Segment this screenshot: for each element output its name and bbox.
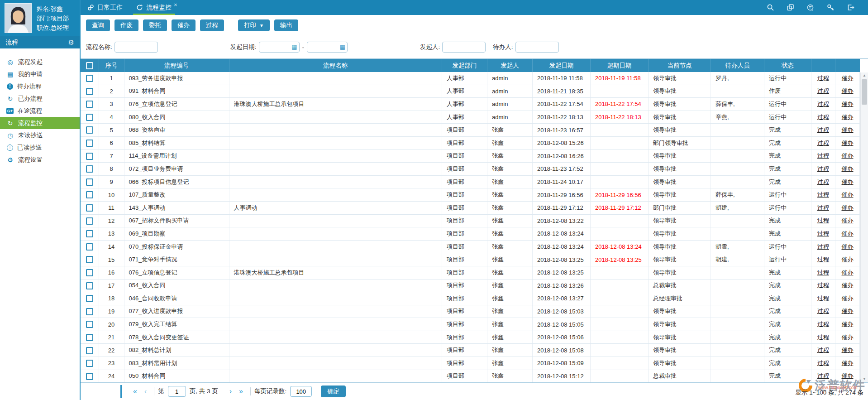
process-link[interactable]: 过程 [817,191,829,198]
row-checkbox[interactable] [86,243,93,251]
process-link[interactable]: 过程 [817,256,829,263]
row-checkbox[interactable] [86,140,93,147]
filter-initiator-input[interactable] [442,42,486,53]
sidebar-item-在途流程[interactable]: G+在途流程 [0,105,80,117]
tab-process-monitor[interactable]: 流程监控× [129,0,184,15]
close-tab-icon[interactable]: × [174,1,177,8]
sidebar-item-流程发起[interactable]: ◎流程发起 [0,56,80,68]
row-checkbox[interactable] [86,360,93,367]
urge-link[interactable]: 催办 [842,295,854,302]
print-button[interactable]: 打印▼ [238,19,270,31]
urge-link[interactable]: 催办 [842,308,854,314]
per-page-input[interactable] [290,386,312,397]
row-checkbox[interactable] [86,256,93,263]
scrollbar-thumb[interactable] [862,79,867,105]
urge-link[interactable]: 催办 [842,243,854,250]
row-checkbox[interactable] [86,217,93,225]
urge-link[interactable]: 催办 [842,372,854,379]
row-checkbox[interactable] [86,126,93,134]
sidebar-item-我的申请[interactable]: ▤我的申请 [0,68,80,80]
urge-link[interactable]: 催办 [842,126,854,133]
process-link[interactable]: 过程 [817,75,829,82]
urge-link[interactable]: 催办 [842,87,854,94]
logout-icon[interactable] [847,4,854,11]
process-link[interactable]: 过程 [817,204,829,211]
urge-link[interactable]: 催办 [842,140,854,146]
sidebar-item-流程设置[interactable]: ⚙流程设置 [0,154,80,166]
process-link[interactable]: 过程 [817,295,829,302]
process-link[interactable]: 过程 [817,230,829,237]
urge-link[interactable]: 催办 [842,178,854,185]
filter-date-from-input[interactable] [259,42,300,53]
row-checkbox[interactable] [86,321,93,328]
sidebar-item-未读抄送[interactable]: ◷未读抄送 [0,129,80,141]
row-checkbox[interactable] [86,165,93,173]
process-link[interactable]: 过程 [817,217,829,224]
filter-assignee-input[interactable] [515,42,559,53]
next-page-button[interactable]: › [229,388,232,395]
scroll-down-icon[interactable]: ▼ [861,376,868,382]
row-checkbox[interactable] [86,295,93,302]
作废-button[interactable]: 作废 [114,19,138,31]
page-number-input[interactable] [168,386,186,397]
tab-daily-work[interactable]: 日常工作 [81,0,129,15]
row-checkbox[interactable] [86,334,93,341]
key-icon[interactable] [827,4,835,11]
process-link[interactable]: 过程 [817,114,829,120]
windows-icon[interactable] [787,4,794,11]
urge-link[interactable]: 催办 [842,217,854,224]
sidebar-item-待办流程[interactable]: !待办流程 [0,80,80,92]
urge-link[interactable]: 催办 [842,334,854,341]
search-icon[interactable] [767,4,774,11]
filter-name-input[interactable] [114,42,158,53]
process-link[interactable]: 过程 [817,243,829,250]
process-link[interactable]: 过程 [817,308,829,314]
row-checkbox[interactable] [86,308,93,315]
process-link[interactable]: 过程 [817,334,829,341]
process-link[interactable]: 过程 [817,360,829,366]
row-checkbox[interactable] [86,178,93,186]
sidebar-item-已读抄送[interactable]: ↑已读抄送 [0,141,80,154]
output-button[interactable]: 输出 [274,19,298,31]
row-checkbox[interactable] [86,269,93,276]
查询-button[interactable]: 查询 [86,19,110,31]
process-link[interactable]: 过程 [817,87,829,94]
urge-link[interactable]: 催办 [842,269,854,276]
process-link[interactable]: 过程 [817,126,829,133]
row-checkbox[interactable] [86,75,93,82]
过程-button[interactable]: 过程 [200,19,224,31]
row-checkbox[interactable] [86,230,93,237]
scroll-up-icon[interactable]: ▲ [861,72,868,79]
urge-link[interactable]: 催办 [842,230,854,237]
urge-link[interactable]: 催办 [842,114,854,120]
select-all-checkbox[interactable] [86,62,93,69]
process-link[interactable]: 过程 [817,101,829,107]
process-link[interactable]: 过程 [817,152,829,159]
sidebar-item-已办流程[interactable]: ↻已办流程 [0,92,80,105]
row-checkbox[interactable] [86,114,93,121]
urge-link[interactable]: 催办 [842,282,854,289]
vertical-scrollbar[interactable]: ▲ ▼ [860,72,868,382]
urge-link[interactable]: 催办 [842,101,854,107]
process-link[interactable]: 过程 [817,178,829,185]
last-page-button[interactable]: » [239,388,243,395]
sidebar-item-流程监控[interactable]: ↻流程监控 [0,117,80,129]
催办-button[interactable]: 催办 [172,19,196,31]
urge-link[interactable]: 催办 [842,152,854,159]
filter-date-to-input[interactable] [307,42,348,53]
urge-link[interactable]: 催办 [842,165,854,172]
row-checkbox[interactable] [86,282,93,289]
process-link[interactable]: 过程 [817,347,829,353]
row-checkbox[interactable] [86,101,93,108]
row-checkbox[interactable] [86,347,93,354]
first-page-button[interactable]: « [133,388,137,395]
委托-button[interactable]: 委托 [143,19,167,31]
row-checkbox[interactable] [86,204,93,212]
process-link[interactable]: 过程 [817,372,829,379]
process-link[interactable]: 过程 [817,165,829,172]
row-checkbox[interactable] [86,373,93,380]
confirm-button[interactable]: 确定 [321,386,346,397]
urge-link[interactable]: 催办 [842,321,854,328]
urge-link[interactable]: 催办 [842,256,854,263]
assistant-icon[interactable] [806,4,815,11]
